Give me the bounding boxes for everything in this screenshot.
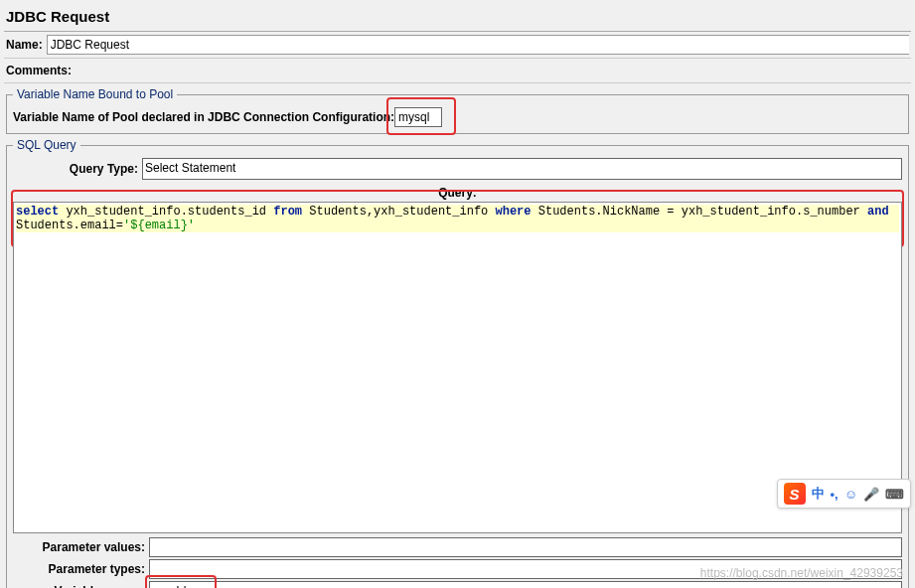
param-values-label: Parameter values: [13, 540, 145, 554]
ime-lang-toggle[interactable]: 中 [812, 485, 825, 503]
comments-label: Comments: [6, 62, 72, 79]
sql-keyword-select: select [16, 205, 59, 219]
sql-string: '${email}' [123, 219, 195, 232]
ime-punct-toggle[interactable]: •, [831, 487, 839, 502]
name-label: Name: [6, 38, 43, 52]
query-label: Query: [13, 186, 902, 200]
query-type-label: Query Type: [13, 162, 138, 176]
param-values-input[interactable] [149, 537, 902, 557]
name-row: Name: JDBC Request [4, 32, 911, 59]
sql-text: Students,yxh_student_info [302, 205, 495, 219]
sql-legend: SQL Query [13, 138, 80, 152]
pool-legend: Variable Name Bound to Pool [13, 87, 177, 101]
page-title: JDBC Request [4, 4, 911, 32]
ime-logo-icon[interactable]: S [784, 483, 806, 505]
query-textarea[interactable]: select yxh_student_info.students_id from… [13, 202, 902, 533]
sql-keyword-and: and [867, 205, 889, 219]
ime-keyboard-icon[interactable]: ⌨ [885, 487, 904, 502]
sql-fieldset: SQL Query Query Type: Select Statement Q… [6, 138, 909, 588]
name-input[interactable]: JDBC Request [47, 35, 909, 55]
param-types-label: Parameter types: [13, 562, 145, 576]
query-type-select[interactable]: Select Statement [142, 158, 902, 180]
sql-text: Students.email= [16, 219, 123, 232]
variable-names-input[interactable] [149, 581, 902, 588]
comments-row: Comments: [4, 59, 911, 83]
pool-input[interactable] [394, 107, 442, 127]
ime-emoji-icon[interactable]: ☺ [844, 487, 857, 502]
ime-toolbar: S 中 •, ☺ 🎤 ⌨ [777, 479, 911, 509]
sql-text: Students.NickName = yxh_student_info.s_n… [532, 205, 867, 219]
pool-fieldset: Variable Name Bound to Pool Variable Nam… [6, 87, 909, 134]
variable-names-label: Variable names: [13, 584, 145, 588]
pool-label: Variable Name of Pool declared in JDBC C… [13, 110, 394, 124]
sql-text: yxh_student_info.students_id [59, 205, 273, 219]
sql-keyword-where: where [496, 205, 532, 219]
param-types-input[interactable] [149, 559, 902, 579]
sql-keyword-from: from [273, 205, 302, 219]
ime-mic-icon[interactable]: 🎤 [863, 487, 879, 502]
